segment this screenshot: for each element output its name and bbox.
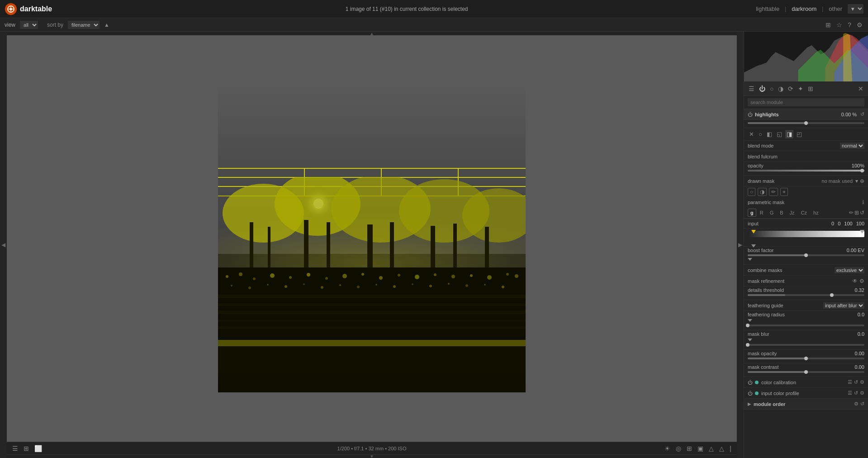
icp-reset-icon[interactable]: ↺ bbox=[854, 390, 858, 396]
highlights-power-icon[interactable]: ⏻ bbox=[748, 112, 753, 117]
icp-settings-icon[interactable]: ⚙ bbox=[860, 390, 864, 396]
boost-factor-thumb[interactable] bbox=[804, 253, 808, 257]
view-label: view bbox=[5, 22, 15, 28]
param-tab-r[interactable]: R bbox=[757, 209, 766, 217]
cc-presets-icon[interactable]: ☰ bbox=[848, 379, 852, 385]
details-threshold-slider[interactable] bbox=[748, 294, 864, 296]
focus-icon[interactable]: ◎ bbox=[675, 444, 682, 453]
highlights-reset-icon[interactable]: ↺ bbox=[860, 111, 864, 117]
param-reset-icon[interactable]: ↺ bbox=[860, 210, 864, 216]
sort-direction-icon[interactable]: ▲ bbox=[104, 22, 109, 28]
snapshots-icon[interactable]: ⬜ bbox=[33, 444, 43, 453]
mask-opacity-slider[interactable] bbox=[748, 358, 864, 359]
details-threshold-thumb[interactable] bbox=[830, 293, 834, 297]
image-container[interactable] bbox=[7, 35, 737, 442]
bottom-filmstrip-handle[interactable]: ▼ bbox=[7, 454, 737, 458]
combine-masks-select[interactable]: exclusive bbox=[835, 267, 864, 273]
blend-mode-select[interactable]: normal bbox=[840, 143, 864, 149]
module-order-reset-icon[interactable]: ↺ bbox=[860, 401, 864, 407]
param-copy-icon[interactable]: ⊞ bbox=[854, 210, 859, 216]
mask-refinement-eye-icon[interactable]: 👁 bbox=[852, 278, 858, 284]
blend-invert-icon[interactable]: ◰ bbox=[795, 130, 803, 138]
path-mask-icon[interactable]: ⌖ bbox=[780, 188, 788, 196]
correct-icon[interactable]: ⟳ bbox=[786, 84, 796, 94]
sort-select[interactable]: filename bbox=[68, 21, 100, 29]
view-select[interactable]: all bbox=[20, 21, 38, 29]
grid-overlay-icon[interactable]: ⊞ bbox=[686, 444, 693, 453]
highlights-module-header[interactable]: ⏻ highlights 0.00 % ↺ bbox=[744, 109, 868, 120]
gradient-handle-right[interactable] bbox=[860, 230, 864, 234]
film-icon[interactable]: ▣ bbox=[697, 444, 704, 453]
gradient-bar[interactable] bbox=[748, 231, 864, 237]
right-panel-toggle[interactable]: ▶ bbox=[737, 32, 744, 458]
drawn-mask-add-icon[interactable]: ⊕ bbox=[860, 178, 864, 184]
grid-icon[interactable]: ⊞ bbox=[825, 20, 832, 29]
cc-reset-icon[interactable]: ↺ bbox=[854, 379, 858, 385]
highlights-slider-thumb[interactable] bbox=[804, 121, 808, 125]
search-input[interactable] bbox=[748, 98, 864, 106]
overexposure-icon[interactable]: △ bbox=[708, 444, 715, 453]
nav-lighttable[interactable]: lighttable bbox=[752, 4, 783, 14]
feathering-guide-select[interactable]: input after blur bbox=[823, 302, 864, 309]
drawn-mask-label: drawn mask bbox=[748, 178, 802, 184]
mask-opacity-thumb[interactable] bbox=[804, 357, 808, 360]
left-panel-toggle[interactable]: ◀ bbox=[0, 32, 7, 458]
mask-refinement-settings-icon[interactable]: ⚙ bbox=[859, 278, 864, 284]
feathering-radius-thumb[interactable] bbox=[746, 324, 749, 327]
drawn-mask-dropdown-icon[interactable]: ▾ bbox=[855, 178, 858, 184]
color-icon[interactable]: ◑ bbox=[776, 84, 786, 94]
effects-icon[interactable]: ✦ bbox=[796, 84, 806, 94]
boost-factor-slider[interactable] bbox=[748, 254, 864, 256]
star-icon[interactable]: ☆ bbox=[835, 20, 843, 29]
pencil-mask-icon[interactable]: ✏ bbox=[769, 188, 778, 196]
blend-param-icon[interactable]: ◱ bbox=[775, 130, 783, 138]
param-tab-b[interactable]: B bbox=[777, 209, 786, 217]
gradient-handle-left[interactable] bbox=[751, 230, 756, 234]
blend-off-icon[interactable]: ✕ bbox=[748, 130, 755, 138]
settings-icon[interactable]: ⚙ bbox=[856, 20, 863, 29]
param-tab-g2[interactable]: G bbox=[767, 209, 777, 217]
color-calibration-power-icon[interactable]: ⏻ bbox=[748, 380, 753, 385]
nav-other[interactable]: other bbox=[825, 4, 846, 14]
module-order-header[interactable]: ▶ module order ⚙ ↺ bbox=[744, 399, 868, 410]
help-icon[interactable]: ? bbox=[847, 20, 852, 29]
module-order-settings-icon[interactable]: ⚙ bbox=[854, 401, 859, 407]
highlights-slider-track[interactable] bbox=[748, 122, 864, 124]
gradient-triangle[interactable] bbox=[751, 244, 756, 248]
presets-icon[interactable]: ⊞ bbox=[23, 444, 30, 453]
opacity-slider-thumb[interactable] bbox=[860, 169, 864, 172]
module-list-icon[interactable]: ☰ bbox=[11, 444, 19, 453]
mask-blur-slider[interactable] bbox=[748, 344, 864, 346]
circle-icon[interactable]: ○ bbox=[768, 84, 776, 94]
blend-drawn-icon[interactable]: ◧ bbox=[765, 130, 773, 138]
param-tab-jz[interactable]: Jz bbox=[787, 209, 797, 217]
cc-settings-icon[interactable]: ⚙ bbox=[860, 379, 864, 385]
module-groups-icon[interactable]: ☰ bbox=[746, 84, 757, 94]
param-info-icon[interactable]: ℹ bbox=[862, 199, 864, 205]
top-handle[interactable]: ▲ bbox=[7, 32, 737, 35]
power-icon[interactable]: ⏻ bbox=[757, 84, 768, 94]
opacity-slider-track[interactable] bbox=[748, 170, 864, 172]
softproof-icon[interactable]: △ bbox=[718, 444, 725, 453]
blend-circle-icon[interactable]: ○ bbox=[757, 130, 764, 138]
feathering-radius-slider[interactable] bbox=[748, 324, 864, 326]
mask-contrast-thumb[interactable] bbox=[804, 370, 808, 374]
circle-mask-icon[interactable]: ○ bbox=[748, 188, 755, 196]
mask-blur-thumb[interactable] bbox=[746, 343, 749, 347]
param-edit-icon[interactable]: ✏ bbox=[849, 210, 854, 216]
nav-other-dropdown[interactable]: ▾ bbox=[848, 4, 863, 14]
icp-power-icon[interactable]: ⏻ bbox=[748, 391, 753, 396]
param-tab-g[interactable]: g bbox=[748, 209, 756, 217]
all-icon[interactable]: ⊞ bbox=[806, 84, 816, 94]
color-picker-icon[interactable]: ☀ bbox=[664, 444, 671, 453]
blend-both-icon[interactable]: ◨ bbox=[785, 130, 793, 138]
gradient-mask-icon[interactable]: ◑ bbox=[758, 188, 767, 196]
search-x-icon[interactable]: ✕ bbox=[856, 84, 866, 94]
icp-presets-icon[interactable]: ☰ bbox=[848, 390, 852, 396]
param-tab-hz[interactable]: hz bbox=[811, 209, 821, 217]
logo[interactable]: darktable bbox=[5, 3, 52, 15]
pipe-icon[interactable]: | bbox=[729, 444, 732, 453]
mask-contrast-slider[interactable] bbox=[748, 371, 864, 373]
nav-darkroom[interactable]: darkroom bbox=[788, 4, 820, 14]
param-tab-cz[interactable]: Cz bbox=[798, 209, 810, 217]
